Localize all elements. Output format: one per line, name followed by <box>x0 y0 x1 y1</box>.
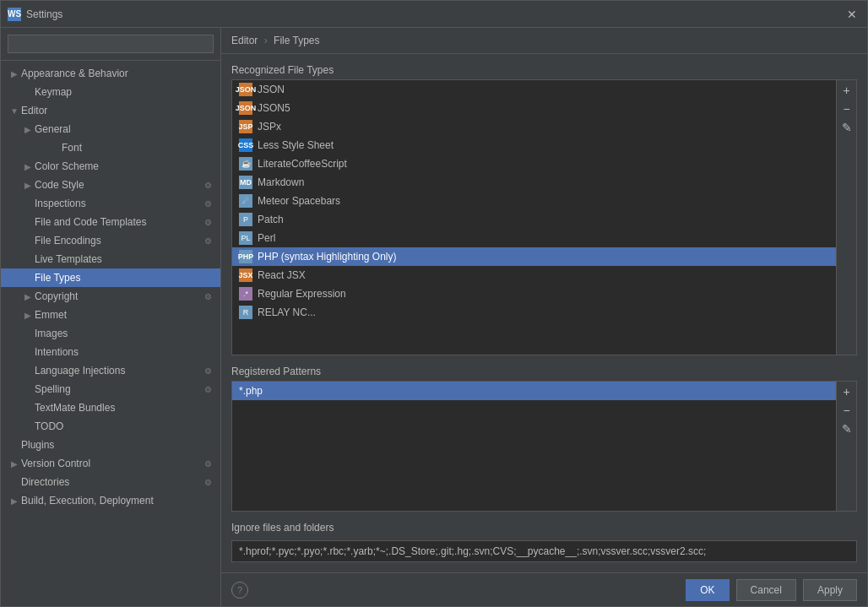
sidebar-item-label: File Encodings <box>35 235 198 247</box>
file-type-label: LiterateCoffeeScript <box>258 158 347 170</box>
sidebar-item-editor[interactable]: ▼ Editor <box>1 101 220 120</box>
sidebar-item-label: Emmet <box>35 309 214 321</box>
sidebar-item-inspections[interactable]: Inspections ⚙ <box>1 194 220 213</box>
sidebar-item-textmate[interactable]: TextMate Bundles <box>1 398 220 417</box>
list-item[interactable]: JSON JSON <box>232 80 836 99</box>
main-content: 🔍 ▶ Appearance & Behavior Keymap ▼ <box>1 28 867 606</box>
ok-button[interactable]: OK <box>686 579 729 601</box>
list-item[interactable]: CSS Less Style Sheet <box>232 136 836 154</box>
file-type-icon: .* <box>239 287 252 301</box>
list-item[interactable]: ☕ LiterateCoffeeScript <box>232 154 836 173</box>
sidebar-item-plugins[interactable]: Plugins <box>1 436 220 454</box>
list-item[interactable]: PL Perl <box>232 229 836 247</box>
list-item[interactable]: P Patch <box>232 210 836 229</box>
sidebar-item-label: Inspections <box>35 198 198 209</box>
sidebar-item-spelling[interactable]: Spelling ⚙ <box>1 380 220 398</box>
sidebar-item-label: Font <box>62 142 214 154</box>
recognized-file-types-label: Recognized File Types <box>231 64 857 76</box>
sidebar-item-directories[interactable]: Directories ⚙ <box>1 473 220 491</box>
ignore-label: Ignore files and folders <box>231 522 857 534</box>
arrow-icon: ▶ <box>21 125 35 134</box>
ignore-section: Ignore files and folders <box>231 522 857 562</box>
remove-pattern-button[interactable]: − <box>838 402 855 419</box>
list-item[interactable]: MD Markdown <box>232 173 836 192</box>
file-type-icon: PHP <box>239 250 252 263</box>
file-type-label: Perl <box>258 232 275 244</box>
pattern-value: *.php <box>239 385 263 397</box>
sidebar-item-label: Version Control <box>21 458 198 469</box>
list-item[interactable]: R RELAY NC... <box>232 303 836 322</box>
list-item[interactable]: JSON JSON5 <box>232 99 836 117</box>
sidebar-item-file-types[interactable]: File Types <box>1 268 220 287</box>
registered-patterns-label: Registered Patterns <box>231 366 857 377</box>
file-type-label: Regular Expression <box>258 288 346 300</box>
gear-icon: ⚙ <box>202 458 214 469</box>
sidebar-item-label: Live Templates <box>35 253 214 265</box>
sidebar-item-file-code-templates[interactable]: File and Code Templates ⚙ <box>1 213 220 231</box>
file-type-label: Markdown <box>258 176 304 188</box>
bottom-bar: ? OK Cancel Apply <box>221 572 867 606</box>
file-type-label: JSON <box>258 84 285 95</box>
list-item[interactable]: .* Regular Expression <box>232 285 836 303</box>
sidebar-item-version-control[interactable]: ▶ Version Control ⚙ <box>1 454 220 473</box>
arrow-icon: ▶ <box>21 292 35 301</box>
sidebar-item-label: Spelling <box>35 383 198 395</box>
list-item[interactable]: JSX React JSX <box>232 266 836 285</box>
file-type-icon: PL <box>239 231 252 245</box>
gear-icon: ⚙ <box>202 235 214 247</box>
remove-file-type-button[interactable]: − <box>838 100 855 117</box>
sidebar-item-label: Language Injections <box>35 365 198 377</box>
patterns-container: *.php + − ✎ <box>231 381 857 512</box>
sidebar-item-todo[interactable]: TODO <box>1 417 220 436</box>
file-type-icon: ☕ <box>239 157 252 171</box>
apply-button[interactable]: Apply <box>803 579 857 601</box>
patterns-list: *.php <box>232 382 836 511</box>
file-type-icon: JSX <box>239 268 252 282</box>
pattern-item[interactable]: *.php <box>232 382 836 400</box>
cancel-button[interactable]: Cancel <box>736 579 796 601</box>
title-bar: WS Settings ✕ <box>1 1 867 28</box>
close-button[interactable]: ✕ <box>844 6 860 23</box>
sidebar-item-color-scheme[interactable]: ▶ Color Scheme <box>1 157 220 176</box>
file-type-icon: JSP <box>239 120 252 133</box>
sidebar-item-emmet[interactable]: ▶ Emmet <box>1 306 220 324</box>
file-type-label: Patch <box>258 214 284 225</box>
file-type-icon: R <box>239 306 252 319</box>
list-item[interactable]: JSP JSPx <box>232 117 836 136</box>
sidebar-item-live-templates[interactable]: Live Templates <box>1 250 220 268</box>
gear-icon: ⚙ <box>202 383 214 395</box>
sidebar-item-appearance[interactable]: ▶ Appearance & Behavior <box>1 64 220 83</box>
sidebar-item-label: File Types <box>35 272 214 284</box>
file-type-icon: CSS <box>239 138 252 152</box>
list-item[interactable]: ☄ Meteor Spacebars <box>232 192 836 210</box>
add-pattern-button[interactable]: + <box>838 383 855 400</box>
sidebar-item-font[interactable]: Font <box>1 138 220 157</box>
help-button[interactable]: ? <box>231 582 248 599</box>
sidebar-item-label: Copyright <box>35 290 198 302</box>
sidebar-item-label: TextMate Bundles <box>35 402 214 414</box>
list-item[interactable]: PHP PHP (syntax Highlighting Only) <box>232 247 836 266</box>
edit-pattern-button[interactable]: ✎ <box>838 420 855 437</box>
sidebar-item-keymap[interactable]: Keymap <box>1 83 220 101</box>
file-type-label: JSPx <box>258 121 281 133</box>
sidebar-item-intentions[interactable]: Intentions <box>1 343 220 361</box>
registered-patterns-section: Registered Patterns *.php + − ✎ <box>231 366 857 512</box>
edit-file-type-button[interactable]: ✎ <box>838 119 855 136</box>
file-type-icon: P <box>239 213 252 226</box>
gear-icon: ⚙ <box>202 179 214 191</box>
sidebar-item-code-style[interactable]: ▶ Code Style ⚙ <box>1 176 220 194</box>
sidebar-item-copyright[interactable]: ▶ Copyright ⚙ <box>1 287 220 306</box>
right-panel: Editor › File Types Recognized File Type… <box>221 28 867 606</box>
sidebar-item-general[interactable]: ▶ General <box>1 120 220 138</box>
panel-content: Recognized File Types JSON JSON JSON <box>221 54 867 572</box>
sidebar-item-language-injections[interactable]: Language Injections ⚙ <box>1 361 220 380</box>
sidebar-item-images[interactable]: Images <box>1 324 220 343</box>
file-types-list: JSON JSON JSON JSON5 JSP JSPx <box>232 80 836 355</box>
file-types-actions: + − ✎ <box>836 80 856 355</box>
sidebar-item-build[interactable]: ▶ Build, Execution, Deployment <box>1 491 220 510</box>
search-input[interactable] <box>8 35 214 53</box>
add-file-type-button[interactable]: + <box>838 82 855 99</box>
settings-window: WS Settings ✕ 🔍 ▶ Appearance & Behavior <box>0 0 868 607</box>
sidebar-item-file-encodings[interactable]: File Encodings ⚙ <box>1 231 220 250</box>
ignore-input[interactable] <box>231 540 857 562</box>
